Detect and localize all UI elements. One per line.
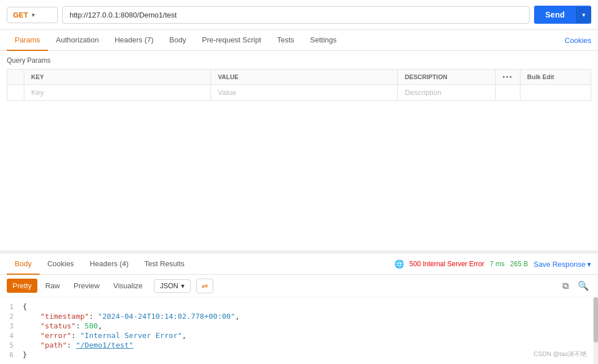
search-button[interactable]: 🔍 — [575, 278, 591, 293]
response-format-row: Pretty Raw Preview Visualize JSON ▾ ⇌ ⧉ … — [0, 275, 598, 297]
json-value-path[interactable]: "/Demo1/test" — [76, 341, 134, 349]
send-dropdown-button[interactable]: ▾ — [576, 7, 591, 23]
tab-authorization[interactable]: Authorization — [48, 30, 107, 51]
line-content-5: "path": "/Demo1/test" — [23, 341, 134, 349]
query-params-label: Query Params — [7, 57, 591, 64]
line-num-1: 1 — [0, 303, 23, 311]
scrollbar-track — [593, 297, 598, 364]
json-format-chevron-icon: ▾ — [181, 282, 184, 290]
tab-tests[interactable]: Tests — [269, 30, 302, 51]
send-button[interactable]: Send — [534, 6, 576, 24]
response-size: 265 B — [510, 260, 528, 268]
save-response-button[interactable]: Save Response ▾ — [534, 260, 591, 268]
watermark: CSDN @tao涛不绝 — [534, 350, 587, 358]
json-format-label: JSON — [160, 282, 178, 290]
method-selector[interactable]: GET ▾ — [7, 7, 58, 23]
cookies-link[interactable]: Cookies — [565, 36, 591, 45]
copy-button[interactable]: ⧉ — [560, 278, 571, 293]
col-value-header: VALUE — [211, 70, 398, 85]
response-tab-body[interactable]: Body — [7, 254, 40, 275]
request-tabs: Params Authorization Headers (7) Body Pr… — [0, 30, 598, 51]
json-key-error: "error" — [40, 331, 71, 340]
code-area: 1 { 2 "timestamp": "2024-04-24T10:14:02.… — [0, 297, 598, 364]
request-spacer — [0, 101, 598, 250]
json-value-error: "Internal Server Error" — [80, 331, 182, 340]
col-desc-header: DESCRIPTION — [398, 70, 496, 85]
tab-headers[interactable]: Headers (7) — [107, 30, 162, 51]
code-line-4: 4 "error": "Internal Server Error", — [0, 331, 598, 340]
save-response-label: Save Response — [534, 260, 586, 268]
code-line-2: 2 "timestamp": "2024-04-24T10:14:02.778+… — [0, 311, 598, 321]
format-tab-pretty[interactable]: Pretty — [7, 279, 37, 293]
line-num-3: 3 — [0, 322, 23, 330]
line-content-3: "status": 500, — [23, 322, 102, 330]
format-tab-raw[interactable]: Raw — [40, 279, 66, 293]
tab-settings[interactable]: Settings — [302, 30, 345, 51]
col-more: ••• — [496, 70, 520, 85]
json-key-timestamp: "timestamp" — [40, 312, 89, 320]
table-row: Key Value Description — [7, 85, 591, 101]
row-more — [496, 85, 520, 101]
col-check — [7, 70, 24, 85]
status-badge: 500 Internal Server Error — [410, 260, 484, 268]
code-line-6: 6 } — [0, 350, 598, 359]
wrap-text-icon[interactable]: ⇌ — [196, 279, 213, 293]
url-input[interactable] — [62, 6, 530, 24]
format-tab-visualize[interactable]: Visualize — [107, 279, 148, 293]
response-tab-test-results[interactable]: Test Results — [136, 254, 192, 275]
tab-pre-request[interactable]: Pre-request Script — [194, 30, 269, 51]
col-key-header: KEY — [24, 70, 211, 85]
line-content-2: "timestamp": "2024-04-24T10:14:02.778+00… — [23, 312, 240, 320]
code-line-1: 1 { — [0, 302, 598, 311]
scrollbar-thumb[interactable] — [593, 297, 598, 343]
format-tab-preview[interactable]: Preview — [68, 279, 105, 293]
line-content-6: } — [23, 350, 27, 359]
row-key[interactable]: Key — [24, 85, 211, 101]
method-value: GET — [13, 11, 28, 19]
line-num-5: 5 — [0, 341, 23, 349]
json-key-path: "path" — [40, 341, 67, 349]
query-params-section: Query Params KEY VALUE DESCRIPTION ••• B… — [0, 51, 598, 101]
response-time: 7 ms — [490, 260, 505, 268]
response-meta: 🌐 500 Internal Server Error 7 ms 265 B S… — [394, 259, 591, 268]
tab-body[interactable]: Body — [161, 30, 194, 51]
line-content-4: "error": "Internal Server Error", — [23, 331, 187, 340]
response-tabs: Body Cookies Headers (4) Test Results — [7, 254, 192, 274]
row-check[interactable] — [7, 85, 24, 101]
line-content-1: { — [23, 302, 27, 311]
json-key-status: "status" — [40, 322, 76, 330]
method-chevron-icon: ▾ — [32, 12, 35, 18]
row-description[interactable]: Description — [398, 85, 496, 101]
row-bulk — [520, 85, 591, 101]
tab-params[interactable]: Params — [7, 30, 48, 51]
response-tab-cookies[interactable]: Cookies — [40, 254, 82, 275]
row-value[interactable]: Value — [211, 85, 398, 101]
json-value-status: 500 — [85, 322, 98, 330]
json-value-timestamp: "2024-04-24T10:14:02.778+00:00" — [98, 312, 235, 320]
line-num-2: 2 — [0, 313, 23, 320]
globe-icon: 🌐 — [394, 259, 404, 268]
send-button-group: Send ▾ — [534, 6, 591, 24]
line-num-4: 4 — [0, 332, 23, 340]
response-tab-headers[interactable]: Headers (4) — [82, 254, 137, 275]
save-response-chevron-icon: ▾ — [587, 260, 591, 268]
col-bulk-edit-header[interactable]: Bulk Edit — [520, 70, 591, 85]
line-num-6: 6 — [0, 351, 23, 359]
more-dots-icon[interactable]: ••• — [502, 73, 513, 81]
code-line-3: 3 "status": 500, — [0, 321, 598, 331]
json-format-selector[interactable]: JSON ▾ — [154, 279, 191, 293]
response-section: Body Cookies Headers (4) Test Results 🌐 … — [0, 250, 598, 364]
url-bar: GET ▾ Send ▾ — [0, 0, 598, 30]
format-actions: ⧉ 🔍 — [560, 278, 591, 293]
code-line-5: 5 "path": "/Demo1/test" — [0, 340, 598, 350]
params-table: KEY VALUE DESCRIPTION ••• Bulk Edit Key … — [7, 69, 591, 101]
response-tabs-row: Body Cookies Headers (4) Test Results 🌐 … — [0, 254, 598, 275]
